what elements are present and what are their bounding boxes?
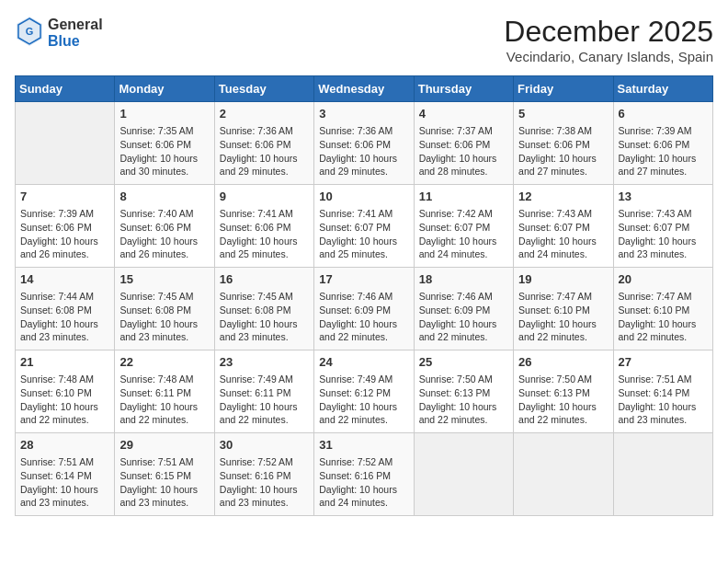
calendar-cell: 2Sunrise: 7:36 AMSunset: 6:06 PMDaylight…	[214, 102, 313, 185]
calendar-cell	[16, 102, 115, 185]
day-number: 19	[518, 271, 608, 288]
day-number: 31	[319, 437, 408, 454]
title-block: December 2025 Vecindario, Canary Islands…	[504, 15, 713, 64]
calendar-cell: 24Sunrise: 7:49 AMSunset: 6:12 PMDayligh…	[314, 350, 414, 433]
calendar-cell	[613, 433, 712, 516]
day-number: 16	[220, 271, 309, 288]
day-number: 23	[220, 354, 309, 371]
day-number: 13	[619, 189, 708, 205]
day-number: 17	[319, 271, 408, 288]
day-info: Sunrise: 7:38 AMSunset: 6:06 PMDaylight:…	[518, 124, 608, 178]
day-info: Sunrise: 7:51 AMSunset: 6:14 PMDaylight:…	[619, 373, 708, 427]
calendar-cell: 23Sunrise: 7:49 AMSunset: 6:11 PMDayligh…	[214, 350, 313, 433]
calendar-cell: 16Sunrise: 7:45 AMSunset: 6:08 PMDayligh…	[214, 268, 313, 350]
header-sunday: Sunday	[16, 76, 115, 102]
logo-blue: Blue	[48, 33, 103, 50]
day-number: 26	[518, 354, 608, 371]
day-number: 5	[518, 106, 608, 122]
day-info: Sunrise: 7:40 AMSunset: 6:06 PMDaylight:…	[119, 207, 209, 261]
day-info: Sunrise: 7:52 AMSunset: 6:16 PMDaylight:…	[319, 455, 408, 510]
day-number: 25	[419, 354, 508, 371]
day-info: Sunrise: 7:36 AMSunset: 6:06 PMDaylight:…	[220, 124, 309, 178]
day-number: 3	[319, 106, 408, 122]
day-number: 12	[518, 189, 608, 205]
day-number: 29	[119, 437, 209, 454]
day-info: Sunrise: 7:45 AMSunset: 6:08 PMDaylight:…	[119, 290, 209, 344]
day-number: 22	[119, 354, 209, 371]
calendar-cell	[414, 433, 513, 516]
calendar-cell: 15Sunrise: 7:45 AMSunset: 6:08 PMDayligh…	[115, 268, 214, 350]
day-info: Sunrise: 7:49 AMSunset: 6:12 PMDaylight:…	[319, 373, 408, 427]
header-friday: Friday	[514, 76, 613, 102]
day-info: Sunrise: 7:47 AMSunset: 6:10 PMDaylight:…	[619, 290, 708, 344]
calendar-week-4: 21Sunrise: 7:48 AMSunset: 6:10 PMDayligh…	[16, 350, 713, 433]
calendar-header-row: SundayMondayTuesdayWednesdayThursdayFrid…	[16, 76, 713, 102]
day-number: 21	[20, 354, 109, 371]
calendar-cell	[514, 433, 613, 516]
day-info: Sunrise: 7:44 AMSunset: 6:08 PMDaylight:…	[20, 290, 109, 344]
calendar-cell: 19Sunrise: 7:47 AMSunset: 6:10 PMDayligh…	[514, 268, 613, 350]
day-info: Sunrise: 7:47 AMSunset: 6:10 PMDaylight:…	[518, 290, 608, 344]
day-info: Sunrise: 7:37 AMSunset: 6:06 PMDaylight:…	[419, 124, 508, 178]
header-thursday: Thursday	[414, 76, 513, 102]
day-number: 4	[419, 106, 508, 122]
header-tuesday: Tuesday	[214, 76, 313, 102]
calendar-cell: 3Sunrise: 7:36 AMSunset: 6:06 PMDaylight…	[314, 102, 414, 185]
calendar-cell: 9Sunrise: 7:41 AMSunset: 6:06 PMDaylight…	[214, 185, 313, 268]
calendar-cell: 22Sunrise: 7:48 AMSunset: 6:11 PMDayligh…	[115, 350, 214, 433]
day-info: Sunrise: 7:52 AMSunset: 6:16 PMDaylight:…	[220, 455, 309, 510]
calendar-week-1: 1Sunrise: 7:35 AMSunset: 6:06 PMDaylight…	[16, 102, 713, 185]
day-number: 24	[319, 354, 408, 371]
day-info: Sunrise: 7:49 AMSunset: 6:11 PMDaylight:…	[220, 373, 309, 427]
page-header: G General Blue December 2025 Vecindario,…	[15, 15, 713, 64]
calendar-cell: 5Sunrise: 7:38 AMSunset: 6:06 PMDaylight…	[514, 102, 613, 185]
header-monday: Monday	[115, 76, 214, 102]
day-info: Sunrise: 7:48 AMSunset: 6:11 PMDaylight:…	[119, 373, 209, 427]
day-number: 7	[20, 189, 109, 205]
logo: G General Blue	[15, 15, 103, 52]
day-info: Sunrise: 7:51 AMSunset: 6:14 PMDaylight:…	[20, 455, 109, 510]
calendar-week-2: 7Sunrise: 7:39 AMSunset: 6:06 PMDaylight…	[16, 185, 713, 268]
calendar-cell: 26Sunrise: 7:50 AMSunset: 6:13 PMDayligh…	[514, 350, 613, 433]
day-number: 20	[619, 271, 708, 288]
calendar-cell: 12Sunrise: 7:43 AMSunset: 6:07 PMDayligh…	[514, 185, 613, 268]
calendar-cell: 21Sunrise: 7:48 AMSunset: 6:10 PMDayligh…	[16, 350, 115, 433]
header-saturday: Saturday	[613, 76, 712, 102]
calendar-table: SundayMondayTuesdayWednesdayThursdayFrid…	[15, 75, 713, 516]
calendar-cell: 13Sunrise: 7:43 AMSunset: 6:07 PMDayligh…	[613, 185, 712, 268]
day-info: Sunrise: 7:46 AMSunset: 6:09 PMDaylight:…	[419, 290, 508, 344]
day-number: 30	[220, 437, 309, 454]
calendar-cell: 30Sunrise: 7:52 AMSunset: 6:16 PMDayligh…	[214, 433, 313, 516]
day-info: Sunrise: 7:46 AMSunset: 6:09 PMDaylight:…	[319, 290, 408, 344]
day-number: 11	[419, 189, 508, 205]
day-info: Sunrise: 7:50 AMSunset: 6:13 PMDaylight:…	[419, 373, 508, 427]
calendar-cell: 4Sunrise: 7:37 AMSunset: 6:06 PMDaylight…	[414, 102, 513, 185]
calendar-cell: 7Sunrise: 7:39 AMSunset: 6:06 PMDaylight…	[16, 185, 115, 268]
logo-general: General	[48, 17, 103, 33]
day-info: Sunrise: 7:45 AMSunset: 6:08 PMDaylight:…	[220, 290, 309, 344]
day-info: Sunrise: 7:41 AMSunset: 6:07 PMDaylight:…	[319, 207, 408, 261]
month-title: December 2025	[504, 15, 713, 49]
calendar-cell: 18Sunrise: 7:46 AMSunset: 6:09 PMDayligh…	[414, 268, 513, 350]
location-subtitle: Vecindario, Canary Islands, Spain	[504, 49, 713, 64]
logo-text: General Blue	[48, 17, 103, 49]
day-info: Sunrise: 7:39 AMSunset: 6:06 PMDaylight:…	[619, 124, 708, 178]
calendar-cell: 25Sunrise: 7:50 AMSunset: 6:13 PMDayligh…	[414, 350, 513, 433]
day-number: 1	[119, 106, 209, 122]
day-info: Sunrise: 7:43 AMSunset: 6:07 PMDaylight:…	[518, 207, 608, 261]
calendar-cell: 11Sunrise: 7:42 AMSunset: 6:07 PMDayligh…	[414, 185, 513, 268]
calendar-cell: 10Sunrise: 7:41 AMSunset: 6:07 PMDayligh…	[314, 185, 414, 268]
day-info: Sunrise: 7:42 AMSunset: 6:07 PMDaylight:…	[419, 207, 508, 261]
day-info: Sunrise: 7:50 AMSunset: 6:13 PMDaylight:…	[518, 373, 608, 427]
calendar-cell: 28Sunrise: 7:51 AMSunset: 6:14 PMDayligh…	[16, 433, 115, 516]
logo-icon: G	[15, 15, 44, 52]
calendar-cell: 8Sunrise: 7:40 AMSunset: 6:06 PMDaylight…	[115, 185, 214, 268]
day-info: Sunrise: 7:51 AMSunset: 6:15 PMDaylight:…	[119, 455, 209, 510]
day-info: Sunrise: 7:43 AMSunset: 6:07 PMDaylight:…	[619, 207, 708, 261]
calendar-cell: 31Sunrise: 7:52 AMSunset: 6:16 PMDayligh…	[314, 433, 414, 516]
day-number: 27	[619, 354, 708, 371]
day-number: 6	[619, 106, 708, 122]
calendar-cell: 17Sunrise: 7:46 AMSunset: 6:09 PMDayligh…	[314, 268, 414, 350]
day-number: 18	[419, 271, 508, 288]
day-info: Sunrise: 7:41 AMSunset: 6:06 PMDaylight:…	[220, 207, 309, 261]
